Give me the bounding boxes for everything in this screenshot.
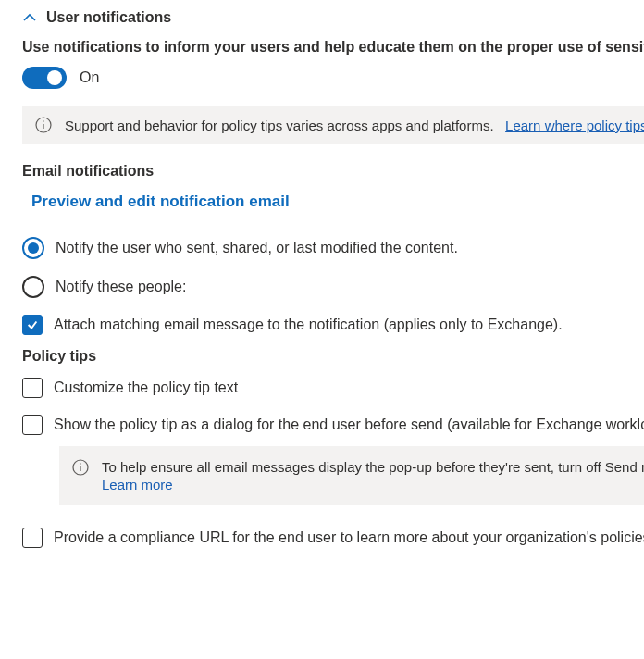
notifications-toggle-label: On <box>80 69 99 86</box>
info-icon <box>72 459 89 476</box>
section-description: Use notifications to inform your users a… <box>22 39 644 56</box>
support-learn-more-link[interactable]: Learn where policy tips are supported <box>505 118 644 133</box>
notifications-toggle[interactable] <box>22 67 67 89</box>
dialog-learn-more-link[interactable]: Learn more <box>102 477 644 492</box>
compliance-url-checkbox[interactable] <box>22 528 43 548</box>
show-dialog-label: Show the policy tip as a dialog for the … <box>54 417 644 433</box>
notify-sender-label: Notify the user who sent, shared, or las… <box>56 240 458 256</box>
notify-people-radio[interactable] <box>22 276 44 298</box>
customize-tip-checkbox[interactable] <box>22 378 43 398</box>
dialog-info-text: To help ensure all email messages displa… <box>102 459 644 475</box>
compliance-url-label: Provide a compliance URL for the end use… <box>54 529 644 546</box>
svg-point-2 <box>43 120 43 121</box>
attach-message-label: Attach matching email message to the not… <box>54 317 563 333</box>
info-icon <box>35 117 52 133</box>
collapse-section-icon[interactable] <box>22 10 37 25</box>
customize-tip-label: Customize the policy tip text <box>54 379 238 396</box>
svg-point-5 <box>80 463 80 464</box>
preview-notification-link[interactable]: Preview and edit notification email <box>31 193 644 211</box>
notify-people-label: Notify these people: <box>56 279 186 295</box>
support-info-text: Support and behavior for policy tips var… <box>65 118 494 133</box>
policy-tips-heading: Policy tips <box>22 348 644 365</box>
section-title: User notifications <box>46 9 171 26</box>
dialog-info-banner: To help ensure all email messages displa… <box>59 446 644 505</box>
support-info-banner: Support and behavior for policy tips var… <box>22 106 644 144</box>
show-dialog-checkbox[interactable] <box>22 415 43 435</box>
notify-sender-radio[interactable] <box>22 237 44 259</box>
attach-message-checkbox[interactable] <box>22 315 43 335</box>
email-notifications-heading: Email notifications <box>22 163 644 180</box>
